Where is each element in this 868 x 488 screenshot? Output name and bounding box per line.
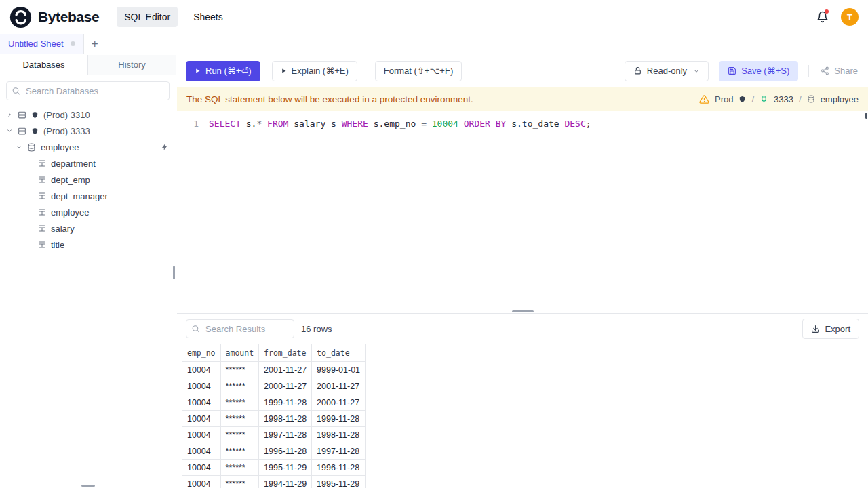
tree-table-department[interactable]: department [0, 155, 176, 171]
sql-token: FROM [267, 119, 288, 129]
sheet-tab-untitled[interactable]: Untitled Sheet [0, 34, 84, 54]
result-cell[interactable]: ****** [220, 460, 259, 476]
result-cell[interactable]: 10004 [182, 460, 221, 476]
result-cell[interactable]: 1997-11-28 [259, 427, 312, 443]
export-button[interactable]: Export [802, 319, 859, 339]
column-header[interactable]: to_date [312, 344, 366, 362]
result-cell[interactable]: 10004 [182, 411, 221, 427]
result-cell[interactable]: 1996-11-28 [312, 460, 366, 476]
results-panel: 16 rows Export emp_no amount from_date t… [177, 314, 868, 488]
result-cell[interactable]: 2001-11-27 [259, 362, 312, 378]
tree-table-dept-emp[interactable]: dept_emp [0, 171, 176, 188]
result-cell[interactable]: 10004 [182, 427, 221, 443]
search-icon [191, 325, 200, 333]
sql-token: SELECT [209, 119, 241, 129]
column-header[interactable]: amount [220, 344, 259, 362]
result-cell[interactable]: 10004 [182, 394, 221, 411]
breadcrumb-separator: / [799, 94, 802, 104]
result-cell[interactable]: 1998-11-28 [312, 427, 366, 443]
share-button[interactable]: Share [819, 61, 859, 81]
result-cell[interactable]: ****** [220, 394, 259, 411]
instance-name[interactable]: 3333 [774, 94, 793, 104]
sidebar-bottom-resize-handle[interactable] [81, 485, 95, 487]
tree-database-employee[interactable]: employee [0, 139, 176, 155]
nav-sheets[interactable]: Sheets [186, 7, 231, 27]
sql-token: 10004 [432, 119, 458, 129]
result-cell[interactable]: 1998-11-28 [259, 411, 312, 427]
sql-token [458, 119, 464, 129]
sql-token [262, 119, 267, 129]
sidebar-resize-handle[interactable] [173, 266, 175, 279]
search-results-input[interactable] [186, 319, 294, 338]
save-icon [728, 66, 736, 75]
column-header[interactable]: emp_no [182, 344, 221, 362]
tab-databases[interactable]: Databases [0, 55, 88, 75]
nav-sql-editor[interactable]: SQL Editor [117, 7, 178, 27]
sql-editor[interactable]: 1 SELECT s.* FROM salary s WHERE s.emp_n… [177, 111, 868, 313]
tree-instance-3333[interactable]: (Prod) 3333 [0, 123, 176, 139]
result-cell[interactable]: 1995-11-29 [259, 460, 312, 476]
format-button[interactable]: Format (⇧+⌥+F) [375, 61, 462, 81]
readonly-mode-button[interactable]: Read-only [625, 61, 709, 81]
results-toolbar: 16 rows Export [177, 314, 868, 344]
table-icon [38, 208, 46, 216]
result-cell[interactable]: 10004 [182, 476, 221, 488]
result-cell[interactable]: 2000-11-27 [259, 378, 312, 394]
result-cell[interactable]: ****** [220, 443, 259, 460]
environment-shield-icon [31, 111, 39, 119]
result-cell[interactable]: 1999-11-28 [259, 394, 312, 411]
result-cell[interactable]: ****** [220, 476, 259, 488]
search-databases-input[interactable] [6, 81, 170, 100]
share-icon [821, 66, 829, 75]
result-cell[interactable]: 10004 [182, 378, 221, 394]
result-cell[interactable]: 10004 [182, 443, 221, 460]
result-cell[interactable]: ****** [220, 427, 259, 443]
result-cell[interactable]: 1994-11-29 [259, 476, 312, 488]
sql-token: WHERE [342, 119, 368, 129]
table-row: 10004******1999-11-282000-11-27 [182, 394, 366, 411]
add-sheet-button[interactable]: + [84, 34, 106, 54]
shield-icon [738, 96, 746, 103]
sql-code-line[interactable]: SELECT s.* FROM salary s WHERE s.emp_no … [207, 117, 591, 313]
result-cell[interactable]: 1999-11-28 [312, 411, 366, 427]
chevron-down-icon[interactable] [16, 144, 22, 150]
database-name[interactable]: employee [821, 94, 859, 104]
database-tree: (Prod) 3310 (Prod) 3333 employee departm… [0, 106, 176, 253]
result-cell[interactable]: 10004 [182, 362, 221, 378]
sidebar-tabs: Databases History [0, 55, 176, 75]
explain-button[interactable]: Explain (⌘+E) [272, 61, 357, 81]
result-cell[interactable]: ****** [220, 411, 259, 427]
notification-bell-icon[interactable] [816, 11, 829, 23]
tree-table-title[interactable]: title [0, 237, 176, 253]
tab-history[interactable]: History [88, 55, 176, 75]
tree-table-salary[interactable]: salary [0, 220, 176, 237]
database-search [0, 75, 176, 105]
table-row: 10004******1996-11-281997-11-28 [182, 443, 366, 460]
tree-table-employee[interactable]: employee [0, 204, 176, 220]
bytebase-logo[interactable]: Bytebase [9, 6, 99, 28]
chevron-down-icon[interactable] [6, 127, 13, 134]
result-cell[interactable]: 1996-11-28 [259, 443, 312, 460]
panel-resize-handle[interactable] [512, 310, 534, 312]
sql-token: s.emp_no [368, 119, 421, 129]
connection-breadcrumb: Prod / 3333 / employee [699, 94, 859, 104]
tree-instance-3310[interactable]: (Prod) 3310 [0, 106, 176, 123]
table-row: 10004******1995-11-291996-11-28 [182, 460, 366, 476]
save-button[interactable]: Save (⌘+S) [719, 61, 798, 81]
result-cell[interactable]: 1995-11-29 [312, 476, 366, 488]
result-cell[interactable]: 2000-11-27 [312, 394, 366, 411]
column-header[interactable]: from_date [259, 344, 312, 362]
editor-scrollbar[interactable] [865, 113, 867, 119]
avatar[interactable]: T [841, 8, 859, 26]
result-cell[interactable]: 9999-01-01 [312, 362, 366, 378]
result-cell[interactable]: ****** [220, 378, 259, 394]
panel-divider [177, 313, 868, 314]
result-cell[interactable]: ****** [220, 362, 259, 378]
run-button[interactable]: Run (⌘+⏎) [186, 61, 260, 81]
chevron-right-icon[interactable] [6, 111, 13, 118]
tree-table-dept-manager[interactable]: dept_manager [0, 188, 176, 204]
result-cell[interactable]: 2001-11-27 [312, 378, 366, 394]
table-row: 10004******2001-11-279999-01-01 [182, 362, 366, 378]
result-cell[interactable]: 1997-11-28 [312, 443, 366, 460]
table-icon [38, 241, 46, 249]
